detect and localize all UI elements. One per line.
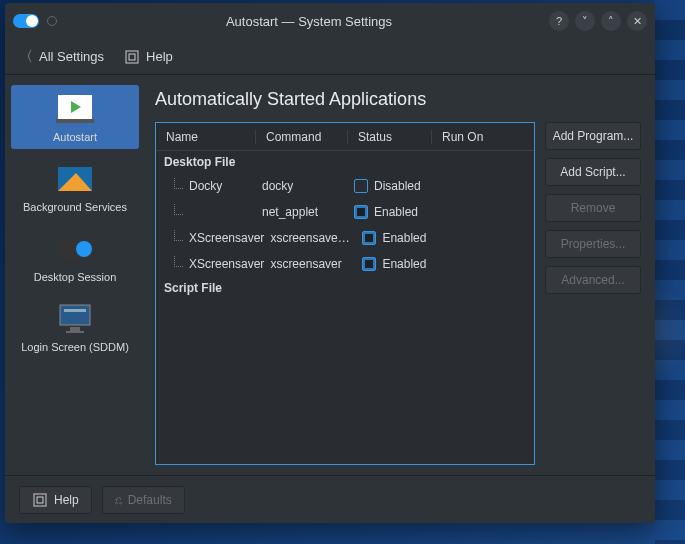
svg-rect-1 — [129, 54, 135, 60]
defaults-button: ⎌ Defaults — [102, 486, 185, 514]
column-status[interactable]: Status — [348, 130, 432, 144]
svg-rect-4 — [56, 119, 94, 123]
section-desktop-file[interactable]: Desktop File — [156, 151, 534, 173]
autostart-icon — [54, 91, 96, 127]
page-title: Automatically Started Applications — [155, 89, 641, 110]
row-command: xscreensaver — [264, 257, 356, 271]
row-command: xscreensaver ... — [264, 231, 356, 245]
navbar: 〈 All Settings Help — [5, 39, 655, 75]
table-row[interactable]: net_applet Enabled — [156, 199, 534, 225]
section-script-file[interactable]: Script File — [156, 277, 534, 299]
chevron-left-icon: 〈 — [19, 48, 33, 66]
defaults-label: Defaults — [128, 493, 172, 507]
svg-rect-9 — [60, 305, 90, 325]
configure-icon — [32, 492, 48, 508]
autostart-table[interactable]: Name Command Status Run On Desktop File … — [155, 122, 535, 465]
row-status: Enabled — [382, 231, 426, 245]
nav-help-button[interactable]: Help — [124, 49, 173, 65]
svg-rect-13 — [34, 494, 46, 506]
table-row[interactable]: Docky docky Disabled — [156, 173, 534, 199]
row-name — [156, 210, 256, 215]
row-command: net_applet — [256, 205, 348, 219]
add-program-button[interactable]: Add Program... — [545, 122, 641, 150]
login-screen-icon — [54, 301, 96, 337]
maximize-button[interactable]: ˄ — [601, 11, 621, 31]
nav-help-label: Help — [146, 49, 173, 64]
remove-button: Remove — [545, 194, 641, 222]
status-checkbox[interactable] — [354, 179, 368, 193]
table-row[interactable]: XScreensaver xscreensaver Enabled — [156, 251, 534, 277]
window-title: Autostart — System Settings — [69, 14, 549, 29]
status-checkbox[interactable] — [354, 205, 368, 219]
pin-icon[interactable] — [47, 16, 57, 26]
footer: Help ⎌ Defaults — [5, 475, 655, 523]
sidebar-item-desktop-session[interactable]: Desktop Session — [11, 225, 139, 289]
close-button[interactable]: ✕ — [627, 11, 647, 31]
help-button[interactable]: Help — [19, 486, 92, 514]
restore-icon: ⎌ — [115, 493, 122, 507]
table-row[interactable]: XScreensaver xscreensaver ... Enabled — [156, 225, 534, 251]
row-name: XScreensaver — [156, 257, 264, 271]
status-checkbox[interactable] — [362, 257, 376, 271]
all-settings-button[interactable]: 〈 All Settings — [19, 48, 104, 66]
sidebar: Autostart Background Services Desktop Se… — [5, 75, 145, 475]
svg-rect-14 — [37, 497, 43, 503]
configure-icon — [124, 49, 140, 65]
action-buttons: Add Program... Add Script... Remove Prop… — [545, 122, 641, 465]
compositor-toggle[interactable] — [13, 14, 39, 28]
sidebar-item-label: Background Services — [23, 201, 127, 213]
column-command[interactable]: Command — [256, 130, 348, 144]
sidebar-item-label: Desktop Session — [34, 271, 117, 283]
row-status: Enabled — [382, 257, 426, 271]
column-name[interactable]: Name — [156, 130, 256, 144]
sidebar-item-autostart[interactable]: Autostart — [11, 85, 139, 149]
sidebar-item-background-services[interactable]: Background Services — [11, 155, 139, 219]
column-run-on[interactable]: Run On — [432, 130, 534, 144]
main-panel: Automatically Started Applications Name … — [145, 75, 655, 475]
advanced-button: Advanced... — [545, 266, 641, 294]
svg-rect-12 — [66, 331, 84, 333]
sidebar-item-label: Login Screen (SDDM) — [21, 341, 129, 353]
row-status: Enabled — [374, 205, 418, 219]
row-name: XScreensaver — [156, 231, 264, 245]
svg-point-8 — [76, 241, 92, 257]
all-settings-label: All Settings — [39, 49, 104, 64]
table-header: Name Command Status Run On — [156, 123, 534, 151]
add-script-button[interactable]: Add Script... — [545, 158, 641, 186]
help-label: Help — [54, 493, 79, 507]
row-command: docky — [256, 179, 348, 193]
sidebar-item-login-screen[interactable]: Login Screen (SDDM) — [11, 295, 139, 359]
desktop-session-icon — [54, 231, 96, 267]
settings-window: Autostart — System Settings ? ˅ ˄ ✕ 〈 Al… — [5, 3, 655, 523]
svg-rect-10 — [64, 309, 86, 312]
properties-button: Properties... — [545, 230, 641, 258]
sidebar-item-label: Autostart — [53, 131, 97, 143]
svg-rect-0 — [126, 51, 138, 63]
help-titlebar-button[interactable]: ? — [549, 11, 569, 31]
row-name: Docky — [156, 179, 256, 193]
titlebar: Autostart — System Settings ? ˅ ˄ ✕ — [5, 3, 655, 39]
svg-rect-11 — [70, 327, 80, 331]
status-checkbox[interactable] — [362, 231, 376, 245]
background-services-icon — [54, 161, 96, 197]
minimize-button[interactable]: ˅ — [575, 11, 595, 31]
row-status: Disabled — [374, 179, 421, 193]
